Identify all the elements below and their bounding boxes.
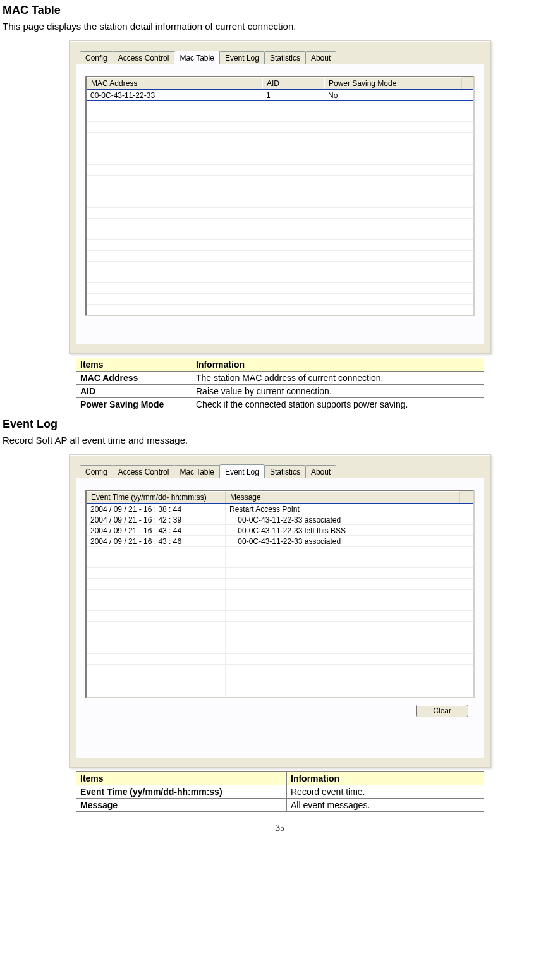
event-listview-header: Event Time (yy/mm/dd- hh:mm:ss) Message bbox=[87, 491, 473, 504]
cell-time: 2004 / 09 / 21 - 16 : 43 : 44 bbox=[87, 526, 226, 535]
col-message[interactable]: Message bbox=[226, 491, 460, 503]
col-event-time[interactable]: Event Time (yy/mm/dd- hh:mm:ss) bbox=[87, 491, 226, 503]
cell-time: 2004 / 09 / 21 - 16 : 38 : 44 bbox=[87, 505, 226, 514]
event-log-heading: Event Log bbox=[3, 418, 557, 431]
tab-about[interactable]: About bbox=[305, 465, 336, 478]
desc-item: MAC Address bbox=[76, 372, 192, 385]
tab-event-log[interactable]: Event Log bbox=[219, 51, 265, 64]
mac-listview-body: 00-0C-43-11-22-33 1 No bbox=[87, 90, 473, 313]
tab-mac-table[interactable]: Mac Table bbox=[174, 465, 219, 478]
tab-bar: Config Access Control Mac Table Event Lo… bbox=[80, 50, 484, 64]
mac-listview[interactable]: MAC Address AID Power Saving Mode 00-0C-… bbox=[85, 76, 475, 316]
table-row[interactable]: 2004 / 09 / 21 - 16 : 38 : 44 Restart Ac… bbox=[87, 504, 473, 514]
table-row[interactable]: 2004 / 09 / 21 - 16 : 42 : 39 00-0C-43-1… bbox=[87, 514, 473, 525]
tab-bar: Config Access Control Mac Table Event Lo… bbox=[80, 464, 484, 478]
cell-msg: 00-0C-43-11-22-33 associated bbox=[226, 516, 460, 524]
desc-item: AID bbox=[76, 385, 192, 398]
event-log-desc: Record Soft AP all event time and messag… bbox=[3, 435, 557, 445]
mac-table-heading: MAC Table bbox=[3, 4, 557, 17]
table-row[interactable]: 00-0C-43-11-22-33 1 No bbox=[87, 90, 473, 100]
mac-table-tabsheet: MAC Address AID Power Saving Mode 00-0C-… bbox=[76, 64, 484, 344]
tab-statistics[interactable]: Statistics bbox=[264, 465, 306, 478]
tab-mac-table[interactable]: Mac Table bbox=[174, 51, 219, 64]
cell-psm: No bbox=[324, 91, 462, 100]
desc-header-items: Items bbox=[76, 772, 287, 785]
tab-event-log[interactable]: Event Log bbox=[219, 464, 265, 478]
tab-access-control[interactable]: Access Control bbox=[113, 465, 175, 478]
table-row[interactable]: 2004 / 09 / 21 - 16 : 43 : 44 00-0C-43-1… bbox=[87, 525, 473, 536]
desc-header-info: Information bbox=[192, 358, 484, 372]
cell-mac: 00-0C-43-11-22-33 bbox=[87, 91, 262, 100]
clear-button[interactable]: Clear bbox=[416, 705, 468, 717]
col-power-saving[interactable]: Power Saving Mode bbox=[324, 77, 462, 89]
cell-msg: 00-0C-43-11-22-33 left this BSS bbox=[226, 526, 460, 535]
mac-desc-table: Items Information MAC Address The statio… bbox=[76, 358, 484, 411]
tab-about[interactable]: About bbox=[305, 51, 336, 64]
desc-header-items: Items bbox=[76, 358, 192, 372]
mac-table-desc: This page displays the station detail in… bbox=[3, 21, 557, 32]
col-mac-address[interactable]: MAC Address bbox=[87, 77, 262, 89]
event-listview[interactable]: Event Time (yy/mm/dd- hh:mm:ss) Message … bbox=[85, 490, 475, 698]
page-number: 35 bbox=[3, 823, 557, 833]
desc-info: Check if the connected station supports … bbox=[192, 398, 484, 411]
desc-info: Raise value by current connection. bbox=[192, 385, 484, 398]
desc-info: The station MAC address of current conne… bbox=[192, 372, 484, 385]
cell-time: 2004 / 09 / 21 - 16 : 42 : 39 bbox=[87, 516, 226, 524]
desc-info: Record event time. bbox=[287, 785, 484, 799]
cell-aid: 1 bbox=[262, 91, 324, 100]
desc-item: Power Saving Mode bbox=[76, 398, 192, 411]
desc-info: All event messages. bbox=[287, 799, 484, 812]
table-row[interactable]: 2004 / 09 / 21 - 16 : 43 : 46 00-0C-43-1… bbox=[87, 536, 473, 547]
mac-listview-header: MAC Address AID Power Saving Mode bbox=[87, 77, 473, 90]
col-aid[interactable]: AID bbox=[262, 77, 324, 89]
desc-header-info: Information bbox=[287, 772, 484, 785]
tab-config[interactable]: Config bbox=[80, 465, 113, 478]
desc-item: Message bbox=[76, 799, 287, 812]
event-desc-table: Items Information Event Time (yy/mm/dd-h… bbox=[76, 771, 484, 812]
cell-msg: Restart Access Point bbox=[226, 505, 460, 514]
event-log-app-frame: Config Access Control Mac Table Event Lo… bbox=[69, 454, 491, 768]
event-listview-body: 2004 / 09 / 21 - 16 : 38 : 44 Restart Ac… bbox=[87, 504, 473, 696]
mac-table-app-frame: Config Access Control Mac Table Event Lo… bbox=[69, 40, 491, 354]
cell-time: 2004 / 09 / 21 - 16 : 43 : 46 bbox=[87, 537, 226, 546]
tab-config[interactable]: Config bbox=[80, 51, 113, 64]
tab-statistics[interactable]: Statistics bbox=[264, 51, 306, 64]
cell-msg: 00-0C-43-11-22-33 associated bbox=[226, 537, 460, 546]
tab-access-control[interactable]: Access Control bbox=[113, 51, 175, 64]
desc-item: Event Time (yy/mm/dd-hh:mm:ss) bbox=[76, 785, 287, 799]
event-log-tabsheet: Event Time (yy/mm/dd- hh:mm:ss) Message … bbox=[76, 478, 484, 758]
